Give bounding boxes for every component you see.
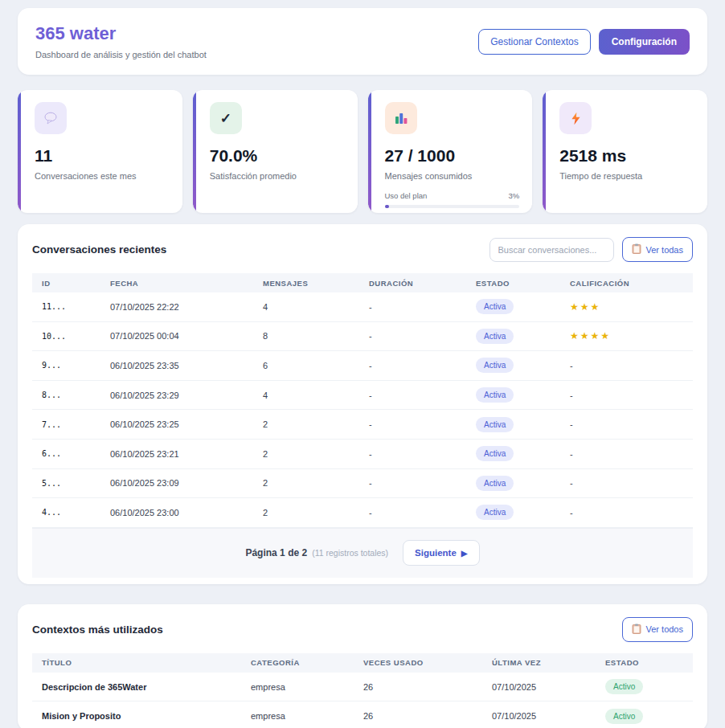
configuracion-button[interactable]: Configuración [599,29,690,55]
rating-stars: - [570,391,693,400]
conversation-row[interactable]: 9... 06/10/2025 23:35 6 - Activa - [32,351,693,381]
rating-stars: ★★★ [570,301,693,313]
column-categoria: CATEGORÍA [251,658,363,667]
stat-label: Mensajes consumidos [385,171,520,181]
column-ultima-vez: ÚLTIMA VEZ [492,658,605,667]
page-title: 365 water [35,23,207,44]
next-page-button[interactable]: Siguiente ▶ [403,540,479,566]
cell-id: 9... [42,361,110,370]
column-titulo: TÍTULO [42,658,251,667]
conversation-row[interactable]: 11... 07/10/2025 22:22 4 - Activa ★★★ [32,292,693,322]
column-estado: ESTADO [605,658,693,667]
rating-stars: - [570,508,693,517]
progress-fill [385,205,389,208]
column-mensajes: MENSAJES [263,279,369,288]
search-conversations-input[interactable] [489,238,614,262]
cell-duracion: - [369,331,476,341]
cell-titulo: Descripcion de 365Water [42,682,251,692]
cell-fecha: 06/10/2025 23:25 [110,419,263,429]
status-badge: Activa [476,329,514,344]
progress-percent: 3% [509,191,520,200]
conversation-row[interactable]: 5... 06/10/2025 23:09 2 - Activa - [32,469,693,499]
page-subtitle: Dashboard de análisis y gestión del chat… [35,50,207,59]
view-all-conversations-button[interactable]: Ver todas [622,237,693,262]
cell-mensajes: 8 [263,331,369,341]
conversation-row[interactable]: 10... 07/10/2025 00:04 8 - Activa ★★★★ [32,322,693,352]
cell-veces-usado: 26 [363,711,492,721]
column-duracion: DURACIÓN [369,279,476,288]
progress-track [385,205,520,208]
view-all-label: Ver todos [646,624,683,634]
cell-id: 11... [42,302,110,311]
stat-card: 2518 ms Tiempo de respuesta [543,90,707,213]
cell-fecha: 06/10/2025 23:21 [110,449,263,459]
context-row[interactable]: Descripcion de 365Water empresa 26 07/10… [32,673,693,702]
gestionar-contextos-button[interactable]: Gestionar Contextos [478,29,590,55]
status-badge: Activa [476,387,514,403]
clipboard-icon [632,243,641,256]
status-badge: Activa [476,476,514,491]
conversation-row[interactable]: 7... 06/10/2025 23:25 2 - Activa - [32,410,693,440]
rating-stars: ★★★★ [570,330,693,342]
cell-mensajes: 4 [263,302,369,312]
context-row[interactable]: Mision y Proposito empresa 26 07/10/2025… [32,701,693,728]
cell-mensajes: 2 [263,508,369,517]
conversations-table-body: 11... 07/10/2025 22:22 4 - Activa ★★★ 10… [32,292,693,528]
contexts-table-header: TÍTULO CATEGORÍA VECES USADO ÚLTIMA VEZ … [32,653,693,673]
cell-ultima-vez: 07/10/2025 [492,711,605,721]
records-total: (11 registros totales) [312,548,388,558]
cell-mensajes: 6 [263,361,369,370]
cell-ultima-vez: 07/10/2025 [492,682,605,692]
conversations-header: Conversaciones recientes Ver todas [18,224,707,273]
cell-mensajes: 2 [263,419,369,429]
cell-categoria: empresa [251,711,363,721]
view-all-contexts-button[interactable]: Ver todos [622,617,693,642]
status-badge: Activa [476,446,514,461]
stats-row: 11 Conversaciones este mes ✓ 70.0% Satis… [18,90,707,213]
cell-duracion: - [369,361,476,370]
column-veces-usado: VECES USADO [363,658,492,667]
stat-label: Satisfacción promedio [210,171,345,181]
cell-categoria: empresa [251,682,363,692]
conversation-row[interactable]: 6... 06/10/2025 23:21 2 - Activa - [32,440,693,469]
cell-fecha: 06/10/2025 23:09 [110,478,263,488]
cell-veces-usado: 26 [363,682,492,692]
status-badge: Activa [476,358,514,373]
progress-label: Uso del plan [385,191,428,200]
header-actions: Gestionar Contextos Configuración [478,29,690,55]
stat-value: 27 / 1000 [385,146,520,166]
conversation-row[interactable]: 8... 06/10/2025 23:29 4 - Activa - [32,381,693,411]
cell-id: 4... [42,508,110,517]
conversations-table-header: ID FECHA MENSAJES DURACIÓN ESTADO CALIFI… [32,273,693,292]
status-badge: Activa [476,505,514,520]
cell-id: 7... [42,420,110,429]
cell-duracion: - [369,419,476,429]
cell-titulo: Mision y Proposito [42,711,251,721]
cell-id: 8... [42,391,110,399]
cell-fecha: 06/10/2025 23:29 [110,391,263,400]
cell-duracion: - [369,508,476,517]
cell-mensajes: 2 [263,478,369,488]
bar-chart-icon [385,102,417,134]
cell-duracion: - [369,391,476,400]
contexts-title: Contextos más utilizados [32,624,163,636]
cell-id: 5... [42,479,110,488]
status-badge: Activo [605,709,643,724]
contexts-section: Contextos más utilizados Ver todos TÍTUL… [18,604,707,728]
column-calificacion: CALIFICACIÓN [570,279,693,288]
check-icon: ✓ [210,102,242,134]
conversation-row[interactable]: 4... 06/10/2025 23:00 2 - Activa - [32,498,693,528]
page-indicator: Página 1 de 2 [245,547,307,558]
cell-fecha: 06/10/2025 23:35 [110,361,263,370]
status-badge: Activa [476,417,514,432]
view-all-label: Ver todas [646,245,683,255]
plan-usage-progress: Uso del plan 3% [385,191,520,208]
conversations-title: Conversaciones recientes [32,243,166,256]
contexts-header: Contextos más utilizados Ver todos [18,604,707,653]
header-card: 365 water Dashboard de análisis y gestió… [18,8,707,75]
cell-id: 6... [42,449,110,458]
rating-stars: - [570,419,693,429]
cell-id: 10... [42,332,110,341]
clipboard-icon [632,624,641,636]
rating-stars: - [570,478,693,488]
